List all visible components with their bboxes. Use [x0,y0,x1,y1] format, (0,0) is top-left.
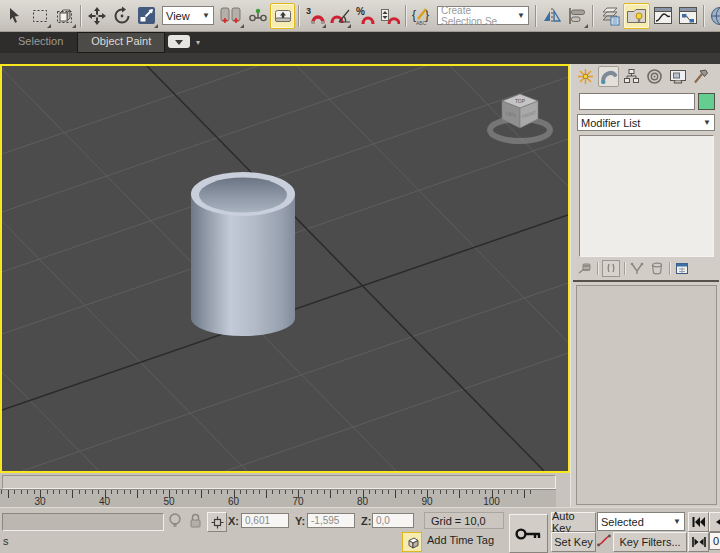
ruler-tick [163,490,164,494]
select-and-manipulate-button[interactable] [245,3,270,29]
previous-frame-button[interactable] [709,512,720,532]
y-coordinate-label: Y: [295,515,305,527]
manage-layers-icon [599,6,621,26]
pin-stack-button[interactable] [577,261,593,276]
auto-key-button[interactable]: Auto Key [551,512,596,532]
ruler-tick [150,490,151,494]
viewcube[interactable]: TOP LEFT FRONT [484,86,556,148]
default-tangents-button[interactable] [597,533,611,552]
remove-modifier-icon [651,262,663,275]
modifier-list-dropdown[interactable]: Modifier List ▼ [577,114,715,131]
manage-layers-button[interactable] [596,3,623,29]
adaptive-degradation-button[interactable] [402,532,422,552]
angle-snap-button[interactable] [327,3,352,29]
ruler-tick [240,490,241,494]
select-and-rotate-icon [112,6,132,26]
use-pivot-point-center-button[interactable] [217,3,245,29]
x-coordinate-field[interactable]: 0,601 [241,513,289,528]
ribbon-toggle-button[interactable] [623,3,650,29]
key-filters-button[interactable]: Key Filters... [613,532,687,552]
tab-motion[interactable] [644,66,665,87]
keyboard-shortcut-override-icon [274,7,292,25]
ruler-tick [117,490,118,494]
ribbon-options-chevron-icon[interactable]: ▾ [196,38,200,47]
snaps-toggle-3d-button[interactable]: 3 [302,3,327,29]
add-time-tag[interactable]: Add Time Tag [427,534,494,546]
stack-separator [624,262,625,275]
tab-selection[interactable]: Selection [4,32,77,53]
trackbar-ruler[interactable]: 30405060708090100 [0,489,556,508]
viewcube-top-label[interactable]: TOP [515,98,526,104]
selection-lock-button[interactable] [188,512,203,533]
select-and-move-button[interactable] [84,3,109,29]
time-slider-track[interactable] [2,475,556,489]
minimize-ribbon-button[interactable] [168,35,190,48]
tab-display[interactable] [667,66,688,87]
status-line-field[interactable] [2,513,164,531]
modifier-stack-list[interactable] [579,135,714,257]
reference-coordinate-dropdown[interactable]: View ▼ [162,6,214,25]
status-bar: X: 0,601 Y: -1,595 Z: 0,0 Grid = 10,0 s … [0,507,720,553]
ruler-tick [337,490,338,494]
curve-editor-button[interactable] [650,3,675,29]
lightbulb-icon [168,512,182,530]
ruler-tick [440,490,441,494]
absolute-offset-mode-button[interactable] [207,512,227,532]
select-and-rotate-button[interactable] [109,3,134,29]
lightbulb-button[interactable] [168,512,182,534]
hierarchy-icon [623,68,640,85]
remove-modifier-button[interactable] [649,261,665,276]
make-unique-button[interactable] [629,261,645,276]
selection-lock-icon [188,512,203,529]
snaps-toggle-3d-icon: 3 [305,6,325,26]
set-keys-button[interactable] [509,514,548,553]
window-crossing-button[interactable] [52,3,77,29]
object-color-swatch[interactable] [698,93,715,110]
x-coordinate-label: X: [228,515,239,527]
ruler-tick [395,490,396,498]
material-editor-button[interactable] [707,3,720,29]
go-to-start-button[interactable] [688,512,709,532]
align-button[interactable] [564,3,589,29]
absolute-offset-mode-icon [211,516,224,529]
rollout-area[interactable] [576,285,717,505]
y-coordinate-field[interactable]: -1,595 [307,513,355,528]
tab-object-paint[interactable]: Object Paint [77,32,165,53]
key-filter-scope-dropdown[interactable]: Selected ▼ [597,512,685,531]
grid-setting-display: Grid = 10,0 [424,512,504,529]
set-keys-key-icon [515,527,542,541]
ruler-tick [188,490,189,494]
toolbar-separator [80,5,81,27]
select-and-scale-button[interactable] [134,3,159,29]
percent-snap-button[interactable]: % [352,3,377,29]
perspective-viewport[interactable]: TOP LEFT FRONT [0,64,570,473]
time-slider[interactable] [0,473,570,489]
tab-modify[interactable] [598,66,619,87]
rectangular-selection-button[interactable] [27,3,52,29]
keyboard-shortcut-override-button[interactable] [270,3,295,29]
spinner-snap-button[interactable] [377,3,402,29]
object-name-input[interactable] [579,93,695,110]
current-frame-field[interactable]: 0 [709,532,720,550]
ruler-tick [382,490,383,494]
tab-create[interactable] [575,66,596,87]
tab-utilities[interactable] [690,66,711,87]
select-object-button[interactable] [2,3,27,29]
show-end-result-button[interactable] [602,260,620,277]
mirror-button[interactable] [539,3,564,29]
schematic-view-button[interactable] [675,3,700,29]
set-key-button[interactable]: Set Key [551,532,596,552]
tube-object[interactable] [187,166,299,346]
z-coordinate-field[interactable]: 0,0 [372,513,414,528]
key-mode-toggle-button[interactable] [688,532,709,552]
ruler-tick [92,490,93,494]
create-selection-set-dropdown[interactable]: Create Selection Se ▼ [437,6,529,25]
tab-hierarchy[interactable] [621,66,642,87]
ruler-tick [317,490,318,494]
window-crossing-icon [55,7,74,25]
configure-modifier-sets-button[interactable] [674,261,690,276]
ruler-tick [504,490,505,494]
edit-named-selection-sets-button[interactable]: {} ABC [409,3,434,29]
ruler-tick [369,490,370,494]
create-selection-set-value: Create Selection Se [441,5,514,27]
